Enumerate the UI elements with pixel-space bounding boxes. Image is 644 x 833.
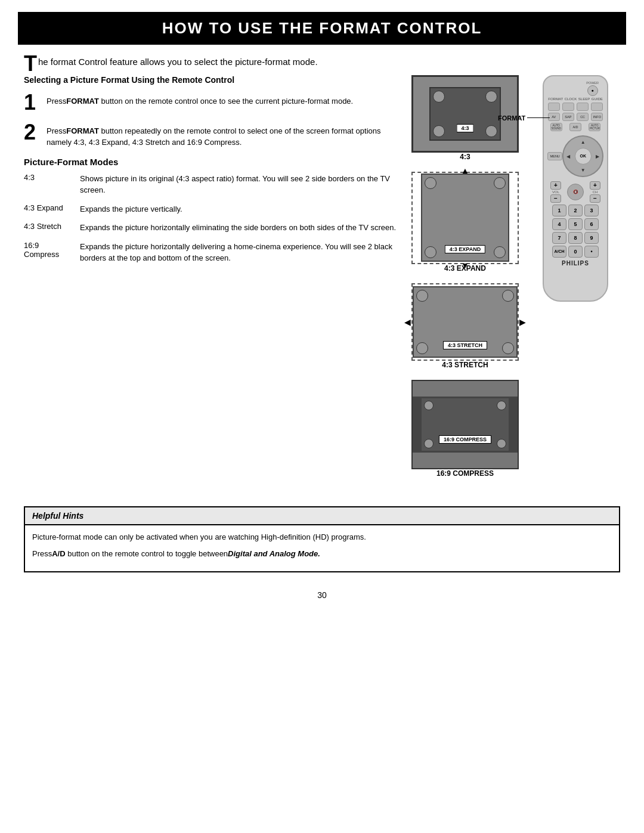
diagram-43-caption: 4:3 (411, 153, 519, 161)
auto-picture-button[interactable]: AUTO PICTUR (589, 123, 600, 131)
vol-mute-row: + VOL − 🔇 + CH − (547, 181, 603, 203)
power-label: POWER (586, 81, 599, 85)
nav-down-arrow[interactable]: ▼ (581, 168, 586, 173)
diagram-expand-label: 4:3 EXPAND (445, 245, 485, 253)
nav-circle: ▲ ▼ ◀ ▶ OK (562, 135, 603, 177)
mode-label-expand: 4:3 Expand (24, 203, 72, 212)
page-title: HOW TO USE THE FORMAT CONTROL (30, 19, 614, 38)
info-button[interactable]: INFO (591, 113, 603, 121)
page-number: 30 (0, 584, 644, 606)
mode-row-43: 4:3 Shows picture in its original (4:3 a… (24, 173, 400, 196)
hint-1: Picture-format mode can only be activate… (32, 531, 612, 544)
diagram-43-label: 4:3 (456, 124, 473, 132)
clock-button[interactable] (562, 103, 574, 111)
modes-section: Picture-Format Modes 4:3 Shows picture i… (24, 157, 400, 264)
num-9-button[interactable]: 9 (584, 232, 599, 244)
diagrams-column: 4:3 4:3 ▲ ▼ 4:3 EXPAND (405, 75, 525, 488)
step-1-text: PressFORMAT button on the remote control… (47, 92, 353, 107)
hint-2: PressA/D button on the remote control to… (32, 548, 612, 561)
sleep-button[interactable] (577, 103, 589, 111)
num-5-button[interactable]: 5 (568, 218, 583, 230)
remote-labels-row1: FORMAT CLOCK SLEEP GUIDE (547, 97, 603, 101)
num-7-button[interactable]: 7 (552, 232, 566, 244)
mode-label-stretch: 4:3 Stretch (24, 222, 72, 231)
ch-up-button[interactable]: + (590, 181, 600, 190)
diagram-stretch-caption: 4:3 STRETCH (411, 361, 519, 369)
diagram-stretch-label: 4:3 STRETCH (443, 341, 487, 349)
vol-up-button[interactable]: + (550, 181, 561, 190)
numpad: 1 2 3 4 5 6 7 8 9 A/CH 0 • (547, 205, 603, 258)
remote-row2-buttons: AV SAP CC INFO (547, 113, 603, 121)
mode-desc-stretch: Expands the picture horizontally elimina… (80, 222, 396, 234)
mode-desc-43: Shows picture in its original (4:3 aspec… (80, 173, 400, 196)
diagram-43: 4:3 4:3 (411, 75, 519, 169)
nav-left-arrow[interactable]: ◀ (566, 153, 570, 159)
mode-label-43: 4:3 (24, 173, 72, 182)
format-indicator: FORMAT (498, 114, 550, 122)
mode-row-expand: 4:3 Expand Expands the picture verticall… (24, 203, 400, 215)
sap-button[interactable]: SAP (562, 113, 574, 121)
remote-row1-buttons (547, 103, 603, 111)
num-1-button[interactable]: 1 (552, 205, 566, 216)
sleep-btn-label: SLEEP (578, 97, 590, 101)
diagram-compress: 16:9 COMPRESS 16:9 COMPRESS (411, 380, 519, 486)
dot-button[interactable]: • (584, 246, 599, 258)
ok-button[interactable]: OK (575, 148, 592, 165)
format-btn-label: FORMAT (548, 97, 563, 101)
num-2-button[interactable]: 2 (568, 205, 583, 216)
hints-content: Picture-format mode can only be activate… (25, 525, 619, 572)
num-8-button[interactable]: 8 (568, 232, 583, 244)
step-2-number: 2 (24, 122, 41, 143)
intro-text: he format Control feature allows you to … (38, 57, 318, 67)
remote-section: FORMAT POWER ● FORMAT CLOCK SLEEP GUIDE (531, 75, 620, 488)
left-column: Selecting a Picture Format Using the Rem… (24, 75, 400, 488)
format-button[interactable] (548, 103, 560, 111)
auto-sound-button[interactable]: AUTO SOUND (550, 123, 562, 131)
intro-section: T he format Control feature allows you t… (0, 45, 644, 75)
vol-column: + VOL − (550, 181, 561, 203)
guide-btn-label: GUIDE (592, 97, 603, 101)
step-1: 1 PressFORMAT button on the remote contr… (24, 92, 400, 113)
cc-button[interactable]: CC (577, 113, 589, 121)
step-2: 2 PressFORMAT button repeatedly on the r… (24, 122, 400, 148)
nav-up-arrow[interactable]: ▲ (581, 140, 586, 145)
num-3-button[interactable]: 3 (584, 205, 599, 216)
diagram-expand: ▲ ▼ 4:3 EXPAND 4:3 EXPAND (411, 172, 519, 281)
ch-down-button[interactable]: − (590, 194, 600, 203)
remote-row3-buttons: AUTO SOUND A/D AUTO PICTUR (547, 123, 603, 131)
step-2-text: PressFORMAT button repeatedly on the rem… (47, 122, 400, 148)
page-header: HOW TO USE THE FORMAT CONTROL (18, 12, 626, 45)
num-4-button[interactable]: 4 (552, 218, 566, 230)
num-0-button[interactable]: 0 (568, 246, 583, 258)
intro-big-letter: T (24, 53, 37, 75)
mute-button[interactable]: 🔇 (567, 184, 584, 200)
clock-btn-label: CLOCK (565, 97, 577, 101)
mode-label-compress: 16:9 Compress (24, 241, 72, 259)
vol-down-button[interactable]: − (550, 194, 561, 203)
hints-title: Helpful Hints (25, 507, 619, 525)
mode-desc-compress: Expands the picture horizontally deliver… (80, 241, 400, 264)
modes-title: Picture-Format Modes (24, 157, 400, 167)
format-label: FORMAT (498, 114, 525, 122)
ch-column: + CH − (590, 181, 600, 203)
num-6-button[interactable]: 6 (584, 218, 599, 230)
ad-button[interactable]: A/D (569, 123, 581, 131)
selecting-heading: Selecting a Picture Format Using the Rem… (24, 75, 400, 85)
brand-label: PHILIPS (547, 260, 603, 267)
remote-control: POWER ● FORMAT CLOCK SLEEP GUIDE AV SAP (543, 75, 608, 302)
diagram-compress-caption: 16:9 COMPRESS (411, 469, 519, 478)
nav-right-arrow[interactable]: ▶ (596, 153, 599, 159)
ach-button[interactable]: A/CH (552, 246, 566, 258)
helpful-hints-box: Helpful Hints Picture-format mode can on… (24, 506, 620, 573)
mode-row-stretch: 4:3 Stretch Expands the picture horizont… (24, 222, 400, 234)
diagram-stretch: ◀ ▶ 4:3 STRETCH 4:3 STRETCH (411, 283, 519, 377)
menu-button[interactable]: MENU (547, 152, 562, 160)
power-button[interactable]: ● (587, 85, 598, 96)
guide-button[interactable] (591, 103, 603, 111)
mode-row-compress: 16:9 Compress Expands the picture horizo… (24, 241, 400, 264)
diagram-compress-label: 16:9 COMPRESS (439, 435, 491, 444)
step-1-number: 1 (24, 92, 41, 113)
bold-italic-text: Digital and Analog Mode. (228, 549, 320, 558)
mode-desc-expand: Expands the picture vertically. (80, 203, 182, 215)
